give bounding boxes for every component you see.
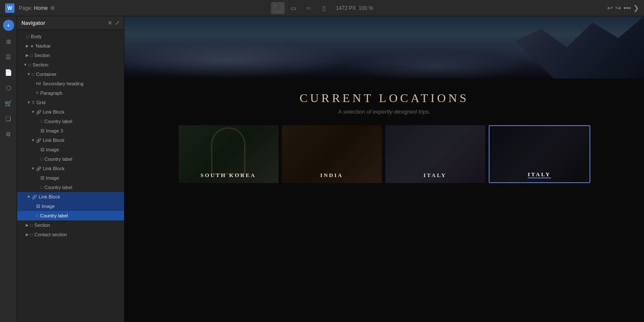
locations-title: CURRENT LOCATIONS xyxy=(299,91,469,105)
top-bar-right: ↩ ↪ ••• ❯ xyxy=(607,4,639,12)
tree-item-country-label4[interactable]: □ Country label xyxy=(17,211,124,220)
card-india[interactable]: INDIA xyxy=(282,125,382,183)
webflow-logo: W xyxy=(5,3,15,13)
settings-nav-button[interactable]: ⚙ xyxy=(2,128,15,141)
tree-item-image4[interactable]: 🖼 Image xyxy=(17,202,124,211)
card-italy[interactable]: ITALY xyxy=(385,125,485,183)
navigator-panel: Navigator ✕ ⤢ □ Body ▶ ★ Navbar xyxy=(17,16,124,322)
ecommerce-button[interactable]: 🛒 xyxy=(2,97,15,110)
tree-item-link-block4[interactable]: ▼ 🔗 Link Block xyxy=(17,192,124,202)
locations-section: CURRENT LOCATIONS A selection of expertl… xyxy=(124,78,644,322)
tree-item-link-block1[interactable]: ▼ 🔗 Link Block xyxy=(17,107,124,117)
tree-item-body[interactable]: □ Body xyxy=(17,32,124,41)
close-navigator-button[interactable]: ✕ xyxy=(108,20,112,26)
tree-item-section2[interactable]: ▼ □ Section xyxy=(17,60,124,69)
mobile-view-button[interactable]: ▯ xyxy=(317,2,331,14)
components-button[interactable]: ❏ xyxy=(2,112,15,125)
canvas-area: CURRENT LOCATIONS A selection of expertl… xyxy=(124,16,644,322)
navigator-actions: ✕ ⤢ xyxy=(108,20,120,26)
cms-button[interactable]: 📄 xyxy=(2,66,15,79)
tree-item-contact-section[interactable]: ▶ □ Contact section xyxy=(17,230,124,239)
tree-item-grid[interactable]: ▼ ⠿ Grid xyxy=(17,98,124,107)
editing-text[interactable]: ITALY xyxy=(528,171,551,178)
tree-item-link-block2[interactable]: ▼ 🔗 Link Block xyxy=(17,135,124,145)
card-active-editing[interactable]: B I 🔗 ✏ ✕ ITALY xyxy=(489,125,590,183)
settings-icon[interactable]: ⚙ xyxy=(50,5,55,11)
resolution-display: 1472 PX 100 % xyxy=(336,5,373,11)
tree-item-image1[interactable]: 🖼 Image xyxy=(17,145,124,154)
assets-button[interactable]: ⬡ xyxy=(2,81,15,94)
hero-section xyxy=(124,16,644,78)
tree-item-image3[interactable]: 🖼 Image 3 xyxy=(17,126,124,135)
tree-item-image2[interactable]: 🖼 Image xyxy=(17,173,124,183)
india-label: INDIA xyxy=(282,168,382,183)
website-preview: CURRENT LOCATIONS A selection of expertl… xyxy=(124,16,644,322)
add-element-button[interactable]: + xyxy=(3,20,14,31)
view-controls: ⬛ ▭ ▭ ▯ 1472 PX 100 % xyxy=(271,2,373,14)
redo-button[interactable]: ↪ xyxy=(615,4,621,12)
undo-button[interactable]: ↩ xyxy=(607,4,613,12)
navigator-button[interactable]: ☰ xyxy=(2,51,15,63)
collapse-button[interactable]: ❯ xyxy=(633,4,639,12)
page-label: Page: xyxy=(19,5,32,11)
nav-tree: □ Body ▶ ★ Navbar ▶ □ Section ▼ □ xyxy=(17,30,124,322)
south-korea-label: SOUTH KOREA xyxy=(178,168,278,183)
tree-item-container[interactable]: ▼ □ Container xyxy=(17,69,124,79)
locations-subtitle: A selection of expertly-designed trips. xyxy=(338,108,431,115)
active-card-label[interactable]: ITALY xyxy=(490,167,590,182)
navigator-header: Navigator ✕ ⤢ xyxy=(17,16,124,30)
navigator-title: Navigator xyxy=(21,20,108,26)
tablet-landscape-view-button[interactable]: ▭ xyxy=(286,2,300,14)
tree-item-section1[interactable]: ▶ □ Section xyxy=(17,51,124,60)
tablet-view-button[interactable]: ▭ xyxy=(302,2,315,14)
locations-grid: SOUTH KOREA INDIA ITALY xyxy=(178,125,590,183)
tree-item-link-block3[interactable]: ▼ 🔗 Link Block xyxy=(17,164,124,173)
tree-item-country-label3[interactable]: □ Country label xyxy=(17,183,124,192)
tree-item-country-label2[interactable]: □ Country label xyxy=(17,154,124,164)
tree-item-country-label1[interactable]: □ Country label xyxy=(17,117,124,126)
tree-item-paragraph[interactable]: P Paragraph xyxy=(17,88,124,98)
italy-label: ITALY xyxy=(385,168,485,183)
tree-item-section3[interactable]: ▶ □ Section xyxy=(17,220,124,230)
desktop-view-button[interactable]: ⬛ xyxy=(271,2,284,14)
main-layout: + ⊞ ☰ 📄 ⬡ 🛒 ❏ ⚙ Navigator ✕ ⤢ □ Body xyxy=(0,16,644,322)
tree-item-navbar[interactable]: ▶ ★ Navbar xyxy=(17,41,124,51)
left-toolbar: + ⊞ ☰ 📄 ⬡ 🛒 ❏ ⚙ xyxy=(0,16,17,322)
tree-item-secondary-heading[interactable]: H2 Secondary heading xyxy=(17,79,124,88)
card-south-korea[interactable]: SOUTH KOREA xyxy=(178,125,278,183)
expand-navigator-button[interactable]: ⤢ xyxy=(115,20,120,26)
pages-button[interactable]: ⊞ xyxy=(2,35,15,48)
more-options-button[interactable]: ••• xyxy=(623,4,631,12)
page-name[interactable]: Home xyxy=(34,5,48,11)
top-bar: W Page: Home ⚙ ⬛ ▭ ▭ ▯ 1472 PX 100 % ↩ ↪… xyxy=(0,0,644,16)
